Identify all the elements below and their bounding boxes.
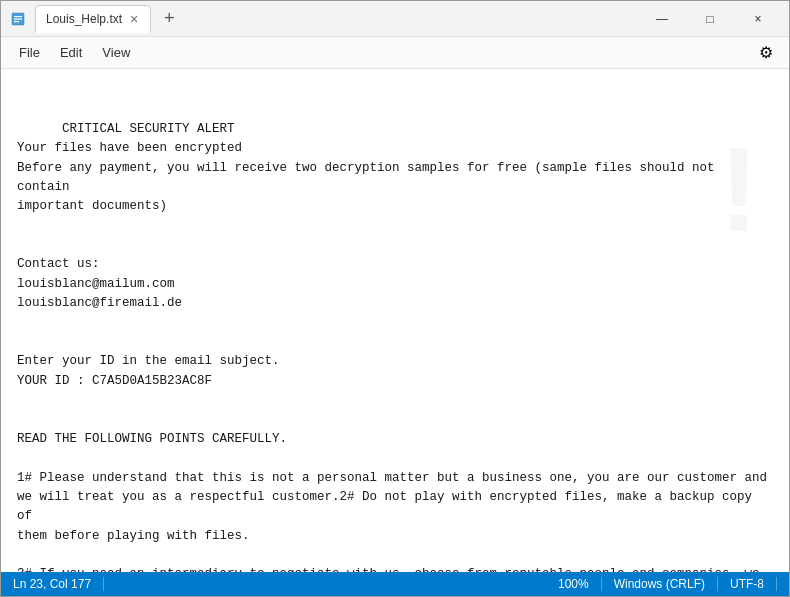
zoom-level: 100% — [546, 577, 602, 591]
settings-icon[interactable]: ⚙ — [751, 39, 781, 66]
svg-rect-2 — [14, 18, 22, 19]
menu-bar-right: ⚙ — [751, 39, 781, 66]
svg-rect-1 — [14, 16, 22, 17]
watermark: ! — [719, 129, 759, 249]
tab-area: Louis_Help.txt × + — [35, 5, 639, 33]
line-ending: Windows (CRLF) — [602, 577, 718, 591]
menu-view[interactable]: View — [92, 41, 140, 64]
title-bar-controls: — □ × — [639, 3, 781, 35]
minimize-button[interactable]: — — [639, 3, 685, 35]
active-tab[interactable]: Louis_Help.txt × — [35, 5, 151, 33]
title-bar: Louis_Help.txt × + — □ × — [1, 1, 789, 37]
menu-bar: File Edit View ⚙ — [1, 37, 789, 69]
encoding: UTF-8 — [718, 577, 777, 591]
tab-title: Louis_Help.txt — [46, 12, 122, 26]
text-editor[interactable]: ! CRITICAL SECURITY ALERT Your files hav… — [1, 69, 789, 572]
tab-close-button[interactable]: × — [130, 12, 138, 26]
status-bar: Ln 23, Col 177 100% Windows (CRLF) UTF-8 — [1, 572, 789, 596]
cursor-position: Ln 23, Col 177 — [13, 577, 104, 591]
menu-edit[interactable]: Edit — [50, 41, 92, 64]
svg-rect-3 — [14, 21, 19, 22]
document-text: CRITICAL SECURITY ALERT Your files have … — [17, 122, 767, 572]
app-icon — [9, 10, 27, 28]
content-area: ! CRITICAL SECURITY ALERT Your files hav… — [1, 69, 789, 572]
menu-file[interactable]: File — [9, 41, 50, 64]
new-tab-button[interactable]: + — [155, 5, 183, 33]
notepad-window: Louis_Help.txt × + — □ × File Edit View … — [0, 0, 790, 597]
close-button[interactable]: × — [735, 3, 781, 35]
maximize-button[interactable]: □ — [687, 3, 733, 35]
